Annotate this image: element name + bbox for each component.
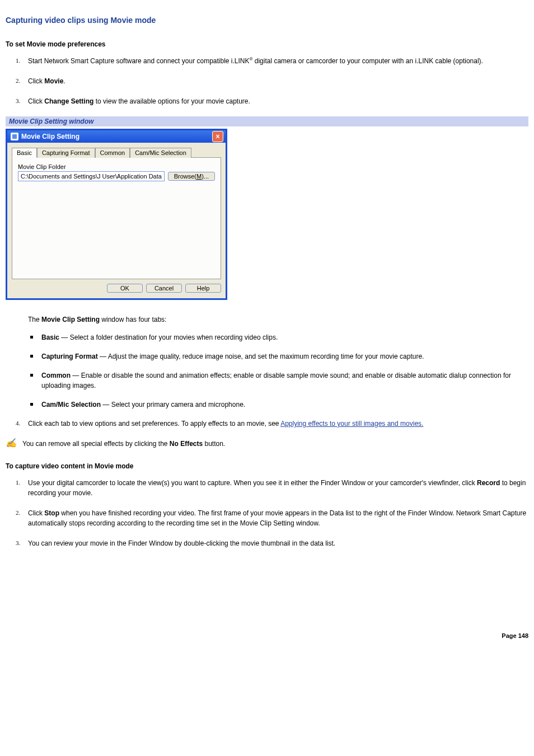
step-text: Use your digital camcorder to locate the…	[28, 479, 477, 487]
step-item: 3. You can review your movie in the Find…	[6, 538, 528, 548]
step-text: digital camera or camcorder to your comp…	[252, 57, 483, 65]
step4-container: 4. Click each tab to view options and se…	[6, 419, 528, 429]
tab-basic[interactable]: Basic	[12, 148, 37, 158]
list-item: Basic — Select a folder destination for …	[28, 332, 528, 342]
list-item: Capturing Format — Adjust the image qual…	[28, 351, 528, 361]
close-button[interactable]: ×	[212, 131, 223, 142]
tab-name: Cam/Mic Selection	[41, 401, 101, 408]
tab-name: Capturing Format	[41, 353, 98, 360]
step-bold: Movie	[44, 77, 63, 85]
folder-label: Movie Clip Folder	[18, 163, 215, 170]
dialog-titlebar: Movie Clip Setting ×	[7, 130, 226, 143]
close-icon: ×	[216, 133, 219, 140]
note-text: You can remove all special effects by cl…	[22, 439, 225, 449]
steps-set-preferences: 1. Start Network Smart Capture software …	[6, 56, 528, 106]
tab-desc: — Select your primary camera and microph…	[101, 401, 245, 408]
step-item: 4. Click each tab to view options and se…	[6, 419, 528, 429]
step-bold: Stop	[44, 509, 59, 517]
tab-desc: — Select a folder destination for your m…	[59, 334, 278, 341]
tab-name: Basic	[41, 334, 59, 341]
tab-name: Common	[41, 372, 71, 379]
tab-common[interactable]: Common	[95, 148, 130, 158]
step-number: 4.	[16, 419, 20, 428]
tab-panel-basic: Movie Clip Folder Browse(M)...	[12, 157, 221, 279]
step-text: Click each tab to view options and set p…	[28, 420, 280, 428]
dialog-footer: OK Cancel Help	[12, 279, 221, 293]
dialog-app-icon	[11, 133, 18, 140]
tab-capturing-format[interactable]: Capturing Format	[37, 148, 95, 158]
figure-caption: Movie Clip Setting window	[6, 116, 528, 126]
tab-cam-mic-selection[interactable]: Cam/Mic Selection	[130, 148, 191, 158]
step-item: 1. Use your digital camcorder to locate …	[6, 478, 528, 498]
steps-capture: 1. Use your digital camcorder to locate …	[6, 478, 528, 548]
page-title: Capturing video clips using Movie mode	[6, 16, 528, 25]
dialog-body: Basic Capturing Format Common Cam/Mic Se…	[7, 143, 226, 298]
note-icon: ✍	[6, 439, 17, 448]
step-number: 3.	[16, 538, 20, 548]
movie-clip-setting-dialog: Movie Clip Setting × Basic Capturing For…	[6, 129, 227, 300]
step-text: to view the available options for your m…	[93, 97, 250, 105]
step-number: 2.	[16, 76, 20, 86]
help-button[interactable]: Help	[185, 284, 221, 293]
step-item: 1. Start Network Smart Capture software …	[6, 56, 528, 66]
page-number: Page 148	[6, 632, 528, 639]
tabs-row: Basic Capturing Format Common Cam/Mic Se…	[12, 147, 221, 157]
step-number: 2.	[16, 508, 20, 518]
note: ✍ You can remove all special effects by …	[6, 439, 528, 449]
tab-desc: — Adjust the image quality, reduce image…	[98, 353, 424, 360]
step-text: You can review your movie in the Finder …	[28, 539, 335, 547]
step-text: .	[63, 77, 65, 85]
step-text: Click	[28, 509, 44, 517]
heading-set-preferences: To set Movie mode preferences	[6, 40, 528, 48]
step-item: 2. Click Movie.	[6, 76, 528, 86]
heading-capture: To capture video content in Movie mode	[6, 462, 528, 470]
step-text: Click	[28, 77, 44, 85]
applying-effects-link[interactable]: Applying effects to your still images an…	[280, 420, 423, 428]
step-number: 3.	[16, 96, 20, 106]
dialog-title: Movie Clip Setting	[21, 133, 79, 140]
step-number: 1.	[16, 56, 20, 65]
step-text: when you have finished recording your vi…	[28, 509, 526, 527]
step-bold: Change Setting	[44, 97, 93, 105]
browse-button[interactable]: Browse(M)...	[168, 172, 215, 181]
tab-desc: — Enable or disable the sound and animat…	[41, 372, 511, 389]
step-text: Start Network Smart Capture software and…	[28, 57, 250, 65]
step-bold: Record	[477, 479, 500, 487]
list-item: Common — Enable or disable the sound and…	[28, 370, 528, 391]
tab-descriptions-list: Basic — Select a folder destination for …	[28, 332, 528, 410]
tabs-intro: The Movie Clip Setting window has four t…	[28, 314, 528, 325]
folder-path-input[interactable]	[18, 171, 165, 181]
list-item: Cam/Mic Selection — Select your primary …	[28, 400, 528, 410]
cancel-button[interactable]: Cancel	[146, 284, 182, 293]
step-item: 3. Click Change Setting to view the avai…	[6, 96, 528, 106]
step-text: Click	[28, 97, 44, 105]
step-item: 2. Click Stop when you have finished rec…	[6, 508, 528, 528]
step-number: 1.	[16, 478, 20, 487]
ok-button[interactable]: OK	[107, 284, 143, 293]
